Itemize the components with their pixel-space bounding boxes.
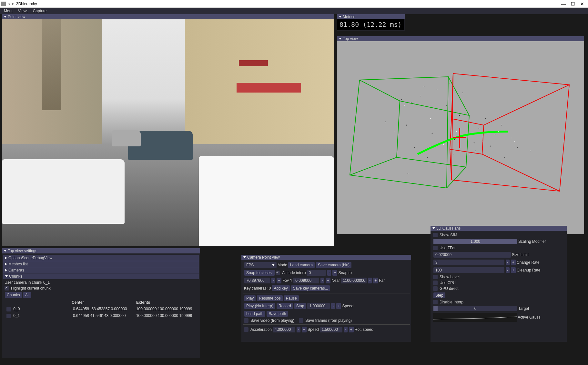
svg-point-50 bbox=[482, 141, 482, 142]
gpu-direct-checkbox[interactable] bbox=[433, 286, 438, 291]
speed-label: Speed bbox=[342, 304, 353, 308]
fov-plus[interactable]: + bbox=[277, 278, 281, 283]
top-view-title[interactable]: Top view bbox=[337, 36, 584, 41]
save-video-checkbox[interactable] bbox=[244, 318, 248, 323]
fov-value[interactable]: 70.397606 bbox=[244, 278, 270, 283]
disable-interp-checkbox[interactable] bbox=[433, 300, 438, 304]
speed-value[interactable]: 1.000000 bbox=[307, 303, 330, 309]
cleanup-minus[interactable]: - bbox=[506, 267, 510, 273]
table-row[interactable]: 0_0 -0.644958 -58.453857 0.000000 100.00… bbox=[4, 306, 198, 312]
fov-minus[interactable]: - bbox=[271, 278, 275, 283]
speed-minus[interactable]: - bbox=[331, 303, 335, 309]
show-level-label: Show Level bbox=[440, 275, 460, 279]
load-camera-button[interactable]: Load camera bbox=[288, 262, 315, 268]
pause-button[interactable]: Pause bbox=[284, 295, 299, 301]
speed-plus[interactable]: + bbox=[336, 303, 341, 309]
accel-minus[interactable]: - bbox=[297, 327, 300, 332]
svg-point-39 bbox=[437, 89, 437, 90]
chunks-header[interactable]: Chunks bbox=[3, 273, 199, 279]
change-plus[interactable]: + bbox=[511, 260, 516, 265]
cameras-header[interactable]: Cameras bbox=[3, 267, 199, 273]
snap-to-label: Snap to bbox=[338, 271, 351, 275]
row-checkbox[interactable] bbox=[6, 307, 11, 311]
meshes-list-header[interactable]: Meshes list bbox=[3, 261, 199, 267]
point-view-viewport[interactable] bbox=[2, 19, 334, 246]
svg-point-40 bbox=[450, 83, 450, 84]
fovy-plus[interactable]: + bbox=[326, 278, 330, 283]
camera-title[interactable]: Camera Point view bbox=[241, 255, 411, 260]
row-checkbox[interactable] bbox=[6, 314, 11, 318]
show-sfm-checkbox[interactable] bbox=[433, 233, 438, 237]
cleanup-rate-value[interactable]: 100 bbox=[433, 267, 504, 273]
menu-capture[interactable]: Capture bbox=[33, 9, 47, 13]
target-slider[interactable]: 0 bbox=[433, 306, 517, 311]
acceleration-value[interactable]: 4.000000 bbox=[273, 327, 295, 332]
save-frames-checkbox[interactable] bbox=[299, 318, 303, 323]
point-view-title[interactable]: Point view bbox=[2, 14, 334, 19]
scaling-label: Scaling Modifier bbox=[518, 239, 546, 244]
save-key-cameras-button[interactable]: Save key cameras... bbox=[291, 285, 330, 291]
snap-closest-button[interactable]: Snap to closest bbox=[244, 270, 275, 276]
altitude-interp-checkbox[interactable] bbox=[276, 271, 280, 275]
metrics-panel: Metrics 81.80 (12.22 ms) bbox=[337, 14, 405, 31]
svg-point-46 bbox=[490, 146, 491, 147]
resume-button[interactable]: Resume pos bbox=[257, 295, 282, 301]
mode-select[interactable]: FPS bbox=[244, 262, 277, 268]
save-camera-button[interactable]: Save camera (bin) bbox=[316, 262, 351, 268]
near-plus[interactable]: + bbox=[373, 278, 378, 283]
gaussians-title[interactable]: 3D Gaussians bbox=[431, 226, 567, 231]
cleanup-plus[interactable]: + bbox=[511, 267, 516, 273]
alt-plus[interactable]: + bbox=[332, 270, 337, 276]
highlight-checkbox[interactable] bbox=[5, 286, 9, 291]
change-rate-value[interactable]: 3 bbox=[433, 260, 504, 265]
show-level-checkbox[interactable] bbox=[433, 275, 438, 279]
svg-point-16 bbox=[421, 96, 421, 96]
speed2-plus[interactable]: + bbox=[349, 327, 354, 332]
altitude-value[interactable]: 0 bbox=[307, 270, 326, 276]
step-button[interactable]: Step bbox=[433, 292, 445, 298]
record-button[interactable]: Record bbox=[277, 303, 293, 309]
top-view-viewport[interactable] bbox=[337, 41, 584, 234]
svg-point-30 bbox=[466, 160, 466, 161]
close-button[interactable]: ✕ bbox=[580, 1, 584, 6]
point-view-panel: Point view bbox=[2, 14, 334, 246]
chunks-button[interactable]: Chunks bbox=[5, 292, 22, 298]
speed2-value[interactable]: 1.500000 bbox=[320, 327, 342, 332]
load-path-button[interactable]: Load path bbox=[244, 311, 265, 317]
options-scene-debug-header[interactable]: OptionsSceneDebugView bbox=[3, 255, 199, 261]
save-video-label: Save video (from playing) bbox=[250, 318, 294, 323]
metrics-title[interactable]: Metrics bbox=[337, 14, 405, 19]
window-title: sibr_3Dhierarchy bbox=[8, 2, 37, 6]
menu-views[interactable]: Views bbox=[18, 9, 28, 13]
scaling-slider[interactable]: 1.000 bbox=[433, 239, 517, 244]
stop-button[interactable]: Stop bbox=[294, 303, 306, 309]
fovy-minus[interactable]: - bbox=[320, 278, 324, 283]
table-row[interactable]: 0_1 -0.644958 41.546143 0.000000 100.000… bbox=[4, 313, 198, 319]
alt-minus[interactable]: - bbox=[327, 270, 331, 276]
svg-point-48 bbox=[430, 118, 431, 119]
use-cpu-checkbox[interactable] bbox=[433, 281, 438, 285]
menu-menu[interactable]: Menu bbox=[4, 9, 14, 13]
add-key-button[interactable]: Add key bbox=[272, 285, 289, 291]
svg-line-9 bbox=[484, 85, 569, 125]
fovy-value[interactable]: 0.009000 bbox=[293, 278, 319, 283]
change-minus[interactable]: - bbox=[506, 260, 510, 265]
save-path-button[interactable]: Save path bbox=[267, 311, 288, 317]
svg-point-23 bbox=[495, 134, 495, 135]
maximize-button[interactable]: ☐ bbox=[571, 1, 575, 6]
svg-marker-7 bbox=[450, 119, 484, 154]
disable-interp-label: Disable Interp bbox=[440, 300, 463, 304]
all-button[interactable]: All bbox=[23, 292, 31, 298]
acceleration-checkbox[interactable] bbox=[244, 327, 248, 332]
highlight-label: Highlight current chunk bbox=[11, 286, 51, 291]
accel-plus[interactable]: + bbox=[302, 327, 307, 332]
play-button[interactable]: Play bbox=[244, 295, 256, 301]
use-zfar-checkbox[interactable] bbox=[433, 246, 438, 250]
near-minus[interactable]: - bbox=[368, 278, 372, 283]
near-value[interactable]: 1100.000000 bbox=[341, 278, 367, 283]
play-no-interp-button[interactable]: Play (No Interp) bbox=[244, 303, 275, 309]
minimize-button[interactable]: — bbox=[561, 1, 566, 6]
size-limit-value[interactable]: 0.020000 bbox=[433, 252, 511, 258]
top-settings-title[interactable]: Top view settings bbox=[2, 248, 200, 253]
speed2-minus[interactable]: - bbox=[344, 327, 348, 332]
